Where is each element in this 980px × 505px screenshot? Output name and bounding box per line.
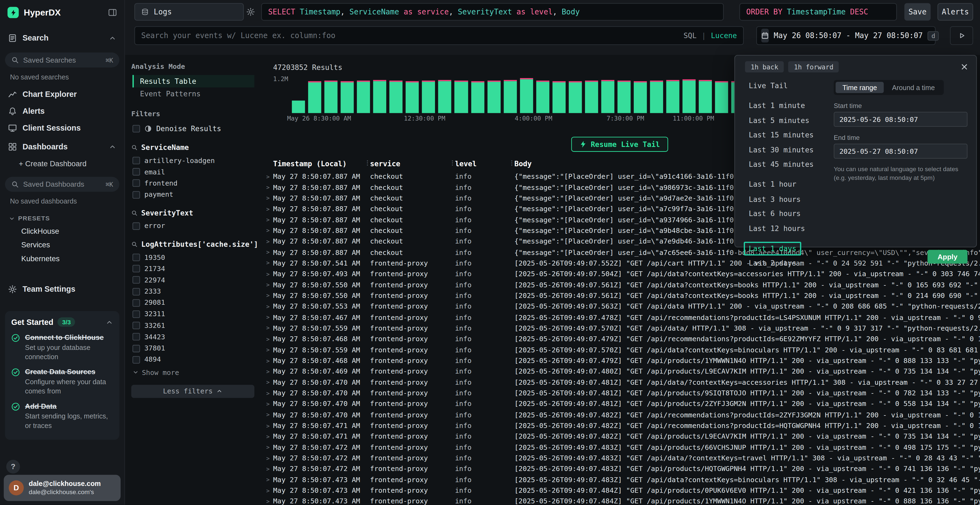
row-expand-chevron[interactable]: > bbox=[262, 379, 273, 386]
row-expand-chevron[interactable]: > bbox=[262, 422, 273, 429]
facet-value-option[interactable]: email bbox=[131, 166, 254, 178]
log-table-row[interactable]: > May 27 8:50:07.472 AM frontend-proxy i… bbox=[262, 442, 980, 453]
row-expand-chevron[interactable]: > bbox=[262, 357, 273, 364]
row-expand-chevron[interactable]: > bbox=[262, 184, 273, 191]
log-table-row[interactable]: > May 27 8:50:07.470 AM frontend-proxy i… bbox=[262, 410, 980, 420]
row-expand-chevron[interactable]: > bbox=[262, 488, 273, 494]
source-select[interactable]: Logs bbox=[134, 3, 244, 21]
quick-range-option[interactable]: Last 15 minutes bbox=[744, 128, 819, 142]
facet-value-option[interactable]: 19350 bbox=[131, 252, 254, 263]
row-expand-chevron[interactable]: > bbox=[262, 217, 273, 223]
row-expand-chevron[interactable]: > bbox=[262, 282, 273, 288]
log-table-row[interactable]: > May 27 8:50:07.468 AM frontend-proxy i… bbox=[262, 355, 980, 366]
row-expand-chevron[interactable]: > bbox=[262, 206, 273, 212]
histogram-bar[interactable] bbox=[634, 81, 647, 113]
histogram-bar[interactable] bbox=[552, 81, 565, 113]
close-icon[interactable] bbox=[960, 63, 969, 71]
facet-value-option[interactable]: 2333 bbox=[131, 286, 254, 297]
tab-time-range[interactable]: Time range bbox=[836, 82, 884, 93]
lucene-mode-toggle[interactable]: Lucene bbox=[711, 31, 737, 40]
row-expand-chevron[interactable]: > bbox=[262, 466, 273, 472]
run-query-button[interactable] bbox=[950, 26, 973, 45]
facet-header[interactable]: ServiceName bbox=[131, 143, 254, 152]
quick-range-option[interactable]: Last 1 days bbox=[744, 241, 802, 255]
facet-value-option[interactable]: 22974 bbox=[131, 275, 254, 286]
log-table-row[interactable]: > May 27 8:50:07.472 AM frontend-proxy i… bbox=[262, 464, 980, 475]
histogram-bar[interactable] bbox=[308, 81, 321, 113]
log-table-row[interactable]: > May 27 8:50:07.473 AM frontend-proxy i… bbox=[262, 475, 980, 485]
quick-range-option[interactable]: Live Tail bbox=[744, 79, 793, 92]
row-expand-chevron[interactable]: > bbox=[262, 336, 273, 342]
histogram-bar[interactable] bbox=[520, 78, 533, 113]
analysis-mode-option[interactable]: Results Table bbox=[132, 75, 255, 87]
log-table-row[interactable]: > May 27 8:50:07.473 AM frontend-proxy i… bbox=[262, 485, 980, 496]
facet-value-option[interactable]: 29081 bbox=[131, 297, 254, 308]
date-range-value[interactable]: May 26 08:50:07 - May 27 08:50:07 bbox=[774, 31, 923, 40]
histogram-bar[interactable] bbox=[715, 81, 728, 113]
facet-header[interactable]: LogAttributes['cache.size'] bbox=[131, 240, 254, 248]
log-table-row[interactable]: > May 27 8:50:07.471 AM frontend-proxy i… bbox=[262, 431, 980, 442]
chevron-up-icon[interactable] bbox=[106, 318, 113, 326]
row-expand-chevron[interactable]: > bbox=[262, 477, 273, 483]
row-expand-chevron[interactable]: > bbox=[262, 238, 273, 245]
user-menu[interactable]: D dale@clickhouse.com dale@clickhouse.co… bbox=[4, 475, 121, 501]
search-input[interactable] bbox=[141, 31, 679, 40]
histogram-bar[interactable] bbox=[536, 81, 549, 113]
end-time-input[interactable] bbox=[834, 144, 967, 159]
preset-dashboard-item[interactable]: Kubernetes bbox=[0, 252, 124, 265]
log-table-row[interactable]: > May 27 8:50:07.550 AM frontend-proxy i… bbox=[262, 279, 980, 290]
row-expand-chevron[interactable]: > bbox=[262, 314, 273, 321]
sidebar-item-client-sessions[interactable]: Client Sessions bbox=[0, 119, 124, 136]
histogram-bar[interactable] bbox=[617, 81, 630, 113]
date-range-picker[interactable]: May 26 08:50:07 - May 27 08:50:07 d bbox=[756, 26, 935, 45]
get-started-item[interactable]: Connect to ClickHouse Set up your databa… bbox=[11, 333, 113, 361]
facet-value-option[interactable]: 21734 bbox=[131, 263, 254, 275]
alerts-button[interactable]: Alerts bbox=[937, 3, 973, 21]
denoise-results-option[interactable]: Denoise Results bbox=[131, 122, 254, 135]
tab-around-a-time[interactable]: Around a time bbox=[885, 82, 942, 93]
log-table-row[interactable]: > May 27 8:50:07.470 AM frontend-proxy i… bbox=[262, 399, 980, 410]
row-expand-chevron[interactable]: > bbox=[262, 260, 273, 266]
sidebar-item-chart-explorer[interactable]: Chart Explorer bbox=[0, 86, 124, 103]
column-resize-handle[interactable]: ⋮ bbox=[509, 159, 515, 166]
row-expand-chevron[interactable]: > bbox=[262, 499, 273, 505]
row-expand-chevron[interactable]: > bbox=[262, 271, 273, 277]
histogram-bar[interactable] bbox=[341, 81, 354, 113]
sidebar-item-dashboards[interactable]: Dashboards bbox=[0, 138, 124, 155]
resume-live-tail-button[interactable]: Resume Live Tail bbox=[571, 137, 668, 152]
quick-range-option[interactable]: Last 1 minute bbox=[744, 99, 810, 113]
log-table-row[interactable]: > May 27 8:50:07.470 AM frontend-proxy i… bbox=[262, 377, 980, 388]
histogram-bar[interactable] bbox=[292, 101, 305, 113]
presets-header[interactable]: PRESETS bbox=[0, 206, 124, 224]
sidebar-item-team-settings[interactable]: Team Settings bbox=[0, 281, 124, 297]
column-header-timestamp[interactable]: Timestamp (Local) bbox=[273, 159, 366, 168]
start-time-input[interactable] bbox=[834, 112, 967, 127]
column-header-service[interactable]: ⋮service bbox=[366, 159, 450, 168]
row-expand-chevron[interactable]: > bbox=[262, 325, 273, 332]
histogram-bar[interactable] bbox=[585, 81, 598, 113]
preset-dashboard-item[interactable]: Services bbox=[0, 238, 124, 252]
show-more-button[interactable]: Show more bbox=[131, 365, 254, 380]
quick-range-option[interactable]: Last 6 hours bbox=[744, 207, 806, 221]
row-expand-chevron[interactable]: > bbox=[262, 455, 273, 462]
histogram-bar[interactable] bbox=[373, 80, 386, 113]
row-expand-chevron[interactable]: > bbox=[262, 412, 273, 418]
sidebar-item-alerts[interactable]: Alerts bbox=[0, 103, 124, 119]
row-expand-chevron[interactable]: > bbox=[262, 293, 273, 299]
histogram-bar[interactable] bbox=[438, 80, 451, 113]
facet-value-option[interactable]: 37801 bbox=[131, 343, 254, 354]
facet-value-option[interactable]: frontend bbox=[131, 178, 254, 189]
row-expand-chevron[interactable]: > bbox=[262, 173, 273, 180]
quick-range-option[interactable]: Last 1 hour bbox=[744, 178, 802, 191]
log-table-row[interactable]: > May 27 8:50:07.467 AM frontend-proxy i… bbox=[262, 312, 980, 323]
histogram-bar[interactable] bbox=[487, 81, 500, 113]
facet-value-option[interactable]: artillery-loadgen bbox=[131, 155, 254, 166]
sidebar-item-search[interactable]: Search bbox=[0, 29, 124, 46]
row-expand-chevron[interactable]: > bbox=[262, 401, 273, 407]
histogram-bar[interactable] bbox=[406, 81, 419, 113]
histogram-bar[interactable] bbox=[357, 81, 370, 113]
row-expand-chevron[interactable]: > bbox=[262, 228, 273, 234]
log-table-row[interactable]: > May 27 8:50:07.553 AM frontend-proxy i… bbox=[262, 301, 980, 312]
quick-range-option[interactable]: Last 3 hours bbox=[744, 192, 806, 206]
sql-mode-toggle[interactable]: SQL bbox=[684, 31, 697, 40]
